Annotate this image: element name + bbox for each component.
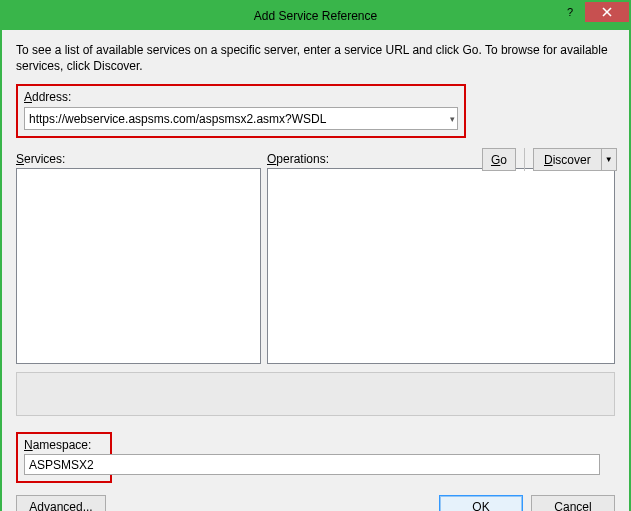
help-button[interactable]: ? xyxy=(555,2,585,22)
discover-button[interactable]: Discover xyxy=(533,148,601,171)
address-input[interactable] xyxy=(24,107,458,130)
separator xyxy=(524,148,525,171)
discover-split-button: Discover ▼ xyxy=(533,148,617,171)
namespace-label: Namespace: xyxy=(24,438,104,452)
namespace-highlight: Namespace: xyxy=(16,432,112,483)
titlebar: Add Service Reference ? xyxy=(2,2,629,30)
chevron-down-icon: ▼ xyxy=(605,155,613,164)
instructions-text: To see a list of available services on a… xyxy=(16,42,615,74)
operations-listbox[interactable] xyxy=(267,168,615,364)
services-listbox[interactable] xyxy=(16,168,261,364)
discover-dropdown-button[interactable]: ▼ xyxy=(601,148,617,171)
advanced-button[interactable]: Advanced... xyxy=(16,495,106,511)
address-label: Address: xyxy=(24,90,458,104)
ok-button[interactable]: OK xyxy=(439,495,523,511)
status-area xyxy=(16,372,615,416)
address-section-highlight: Address: ▾ xyxy=(16,84,466,138)
window-title: Add Service Reference xyxy=(254,9,377,23)
address-combobox[interactable]: ▾ xyxy=(24,107,458,130)
services-panel: Services: xyxy=(16,152,261,364)
operations-panel: Operations: xyxy=(267,152,615,364)
add-service-reference-dialog: Add Service Reference ? To see a list of… xyxy=(0,0,631,511)
titlebar-controls: ? xyxy=(555,2,629,30)
dialog-body: To see a list of available services on a… xyxy=(2,30,629,511)
namespace-section: Namespace: xyxy=(16,432,615,483)
close-button[interactable] xyxy=(585,2,629,22)
go-button[interactable]: Go xyxy=(482,148,516,171)
panels-row: Services: Operations: xyxy=(16,152,615,364)
namespace-input[interactable] xyxy=(24,454,600,475)
services-label: Services: xyxy=(16,152,261,166)
close-icon xyxy=(602,7,612,17)
cancel-button[interactable]: Cancel xyxy=(531,495,615,511)
dialog-footer: Advanced... OK Cancel xyxy=(16,483,615,511)
